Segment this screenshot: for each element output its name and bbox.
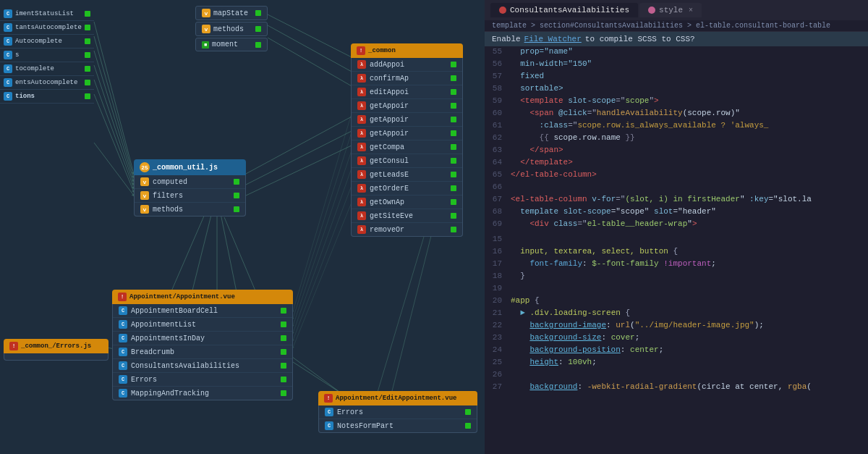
- node-util: 25 _common_util.js v computed v filters …: [134, 159, 246, 217]
- fn-icon: λ: [357, 60, 366, 69]
- comp-icon: C: [4, 37, 12, 46]
- node-item: λ getConsul: [352, 154, 462, 168]
- code-line-24: 24 background-position: center;: [485, 345, 868, 357]
- code-line-20: 20 #app {: [485, 295, 868, 308]
- comp-icon: C: [119, 348, 127, 356]
- node-item: λ getLeadsE: [352, 168, 462, 182]
- node-item: C AppointmentsInDay: [113, 332, 292, 345]
- node-common-body: λ addAppoi λ confirmAp λ editAppoi λ get…: [351, 58, 463, 237]
- code-line-65: 65 </el-table-column>: [485, 169, 868, 182]
- node-item: λ removeOr: [352, 223, 462, 236]
- code-line-17: 17 font-family: $--font-family !importan…: [485, 258, 868, 271]
- node-item: λ confirmAp: [352, 72, 462, 85]
- code-line-57: 57 fixed: [485, 71, 868, 83]
- fn-icon: λ: [357, 184, 366, 193]
- svg-line-26: [293, 152, 357, 333]
- code-line-23: 23 background-size: cover;: [485, 332, 868, 345]
- node-item: λ getSiteEve: [352, 209, 462, 223]
- comp-icon: C: [4, 51, 12, 59]
- node-edit-appointment: ! Appointment/EditAppointment.vue C Erro…: [318, 391, 477, 433]
- fn-icon: λ: [357, 88, 366, 96]
- node-errors: ! _common_/Errors.js: [4, 339, 109, 361]
- fn-icon: λ: [357, 115, 366, 124]
- code-line-63: 63 </span>: [485, 145, 868, 157]
- node-item: λ getOrderE: [352, 182, 462, 196]
- node-item: λ getAppoir: [352, 113, 462, 127]
- list-item: C Autocomplete: [0, 35, 94, 49]
- comp-icon: C: [119, 306, 127, 315]
- code-line-58: 58 sortable>: [485, 83, 868, 96]
- code-line-66: 66: [485, 182, 868, 194]
- svg-line-1: [94, 36, 134, 177]
- fn-icon: λ: [357, 74, 366, 83]
- node-item: λ getOwnAp: [352, 196, 462, 209]
- fn-icon: λ: [357, 129, 366, 138]
- node-item: C Breadcrumb: [113, 345, 292, 359]
- v-icon: v: [202, 25, 210, 33]
- comp-icon: C: [119, 334, 127, 342]
- node-common-header: ! _common: [351, 43, 463, 58]
- fn-icon: λ: [357, 156, 366, 165]
- v-icon: v: [140, 177, 149, 186]
- v-icon: v: [140, 205, 149, 214]
- breadcrumb-bar: template > section#ConsultantsAvailabili…: [485, 20, 868, 32]
- svg-line-9: [268, 38, 353, 87]
- editor-tabs: ConsultantsAvailabilities style ×: [485, 0, 868, 20]
- node-item: C NotesFormPart: [319, 419, 477, 432]
- fn-icon: λ: [357, 211, 366, 220]
- v-icon: v: [202, 9, 210, 17]
- node-appointment: ! Appointment/Appointment.vue C Appointm…: [112, 290, 293, 400]
- svg-line-5: [94, 94, 134, 192]
- comp-icon: C: [4, 78, 12, 87]
- node-item: λ getAppoir: [352, 99, 462, 113]
- mini-node-moment: ■ moment: [195, 38, 268, 51]
- comp-icon: C: [4, 23, 12, 32]
- node-edit-appt-body: C Errors C NotesFormPart: [318, 405, 477, 433]
- tab-consultants[interactable]: ConsultantsAvailabilities: [490, 3, 638, 17]
- code-line-59: 59 <template slot-scope="scope">: [485, 96, 868, 108]
- mini-node-methods: v methods: [195, 22, 268, 36]
- node-common: ! _common λ addAppoi λ confirmAp λ editA…: [351, 43, 463, 237]
- vue-file-icon: [499, 7, 506, 14]
- node-util-header: 25 _common_util.js: [134, 159, 246, 175]
- svg-line-2: [94, 51, 134, 181]
- list-item: C tocomplete: [0, 62, 94, 76]
- svg-line-13: [166, 203, 210, 303]
- file-watcher-link[interactable]: File Watcher: [524, 35, 582, 43]
- code-line-15: 15: [485, 234, 868, 246]
- tab-style[interactable]: style ×: [639, 3, 702, 17]
- code-line-19: 19: [485, 283, 868, 295]
- code-line-27: 27 background: -webkit-radial-gradient(c…: [485, 382, 868, 394]
- node-item: C AppointmentList: [113, 318, 292, 332]
- fn-icon: λ: [357, 225, 366, 234]
- code-content: 55 prop="name" 56 min-width="150" 57 fix…: [485, 46, 868, 448]
- file-watcher-bar: Enable File Watcher to compile SCSS to C…: [485, 32, 868, 46]
- code-line-64: 64 </template>: [485, 157, 868, 169]
- node-item: λ getCompa: [352, 140, 462, 154]
- scss-file-icon: [648, 7, 655, 14]
- node-errors-body: [4, 353, 109, 361]
- svg-line-12: [246, 145, 353, 196]
- node-item: C MappingAndTracking: [113, 387, 292, 400]
- svg-line-27: [293, 167, 359, 340]
- code-line-16: 16 input, textarea, select, button {: [485, 246, 868, 258]
- fn-icon: λ: [357, 170, 366, 179]
- node-item: C AppointmentBoardCell: [113, 304, 292, 318]
- code-panel: ConsultantsAvailabilities style × templa…: [485, 0, 868, 454]
- comp-icon: C: [119, 375, 127, 384]
- comp-icon: C: [325, 421, 333, 430]
- list-item: C tions: [0, 90, 94, 104]
- svg-line-6: [94, 143, 134, 196]
- comp-icon: C: [4, 92, 12, 101]
- node-appointment-body: C AppointmentBoardCell C AppointmentList…: [112, 304, 293, 400]
- node-item: v computed: [135, 175, 245, 189]
- comp-icon: C: [4, 9, 12, 18]
- comp-icon: C: [119, 389, 127, 398]
- svg-line-3: [94, 65, 134, 185]
- v-icon: v: [140, 191, 149, 200]
- code-line-67: 67 <el-table-column v-for="(slot, i) in …: [485, 194, 868, 206]
- comp-icon: C: [119, 320, 127, 329]
- list-item: C entsAutocomplete: [0, 76, 94, 90]
- svg-line-7: [268, 14, 353, 58]
- svg-line-0: [94, 22, 134, 174]
